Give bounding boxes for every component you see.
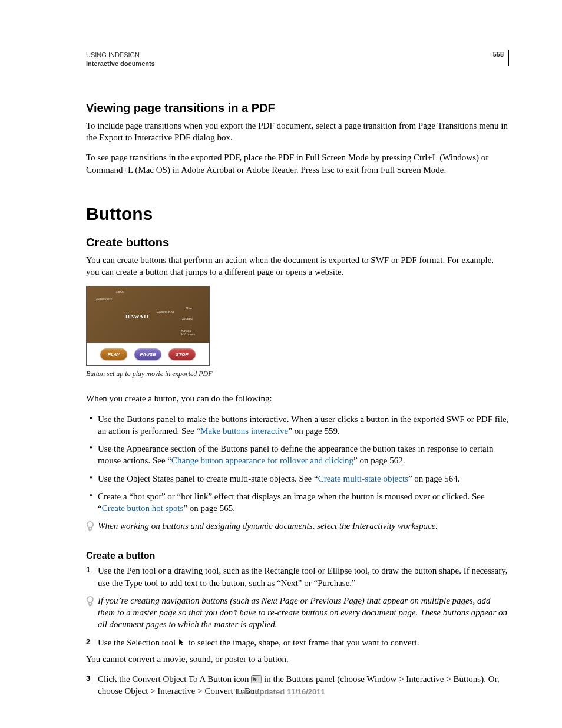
figure-box: Lanai Kahoolawe Mauna Kea Hilo Kilauea H… [86, 286, 210, 366]
header-breadcrumb: USING INDESIGN Interactive documents [86, 51, 155, 69]
list-item: Use the Appearance section of the Button… [86, 443, 509, 467]
svg-point-0 [87, 522, 93, 528]
text: ” on page 562. [353, 456, 405, 465]
tip-text: When working on buttons and designing dy… [98, 520, 438, 532]
paragraph: To see page transitions in the exported … [86, 151, 509, 176]
text: to select the image, shape, or text fram… [189, 638, 419, 647]
bullet-list: Use the Buttons panel to make the button… [86, 413, 509, 515]
paragraph: To include page transitions when you exp… [86, 120, 509, 144]
tip: If you’re creating navigation buttons (s… [86, 595, 509, 631]
tip-text: If you’re creating navigation buttons (s… [98, 595, 509, 631]
step-2: Use the Selection tool to select the ima… [86, 637, 509, 648]
link-create-button-hot-spots[interactable]: Create button hot spots [102, 503, 184, 513]
header-rule [508, 50, 509, 66]
steps-list: Use the Pen tool or a drawing tool, such… [86, 565, 509, 589]
heading-viewing-transitions: Viewing page transitions in a PDF [86, 101, 509, 115]
step-1: Use the Pen tool or a drawing tool, such… [86, 565, 509, 589]
figure-map-label: HAWAII [125, 314, 149, 319]
header-product: USING INDESIGN [86, 51, 155, 60]
heading-buttons: Buttons [86, 204, 509, 224]
document-page: USING INDESIGN Interactive documents 558… [0, 0, 562, 728]
heading-create-buttons: Create buttons [86, 236, 509, 249]
text: ” on page 564. [408, 474, 459, 483]
link-make-buttons-interactive[interactable]: Make buttons interactive [200, 426, 288, 436]
list-item: Use the Object States panel to create mu… [86, 473, 509, 485]
convert-to-button-icon [251, 675, 262, 683]
paragraph: You cannot convert a movie, sound, or po… [86, 653, 509, 665]
list-item: Use the Buttons panel to make the button… [86, 413, 509, 437]
paragraph: You can create buttons that perform an a… [86, 254, 509, 278]
text: Use the Selection tool [98, 638, 178, 647]
page-footer: Last updated 11/16/2011 [0, 687, 562, 696]
lightbulb-icon [86, 521, 94, 533]
header-section: Interactive documents [86, 60, 155, 68]
lightbulb-icon [86, 596, 94, 608]
list-item: Create a “hot spot” or “hot link” effect… [86, 490, 509, 515]
figure: Lanai Kahoolawe Mauna Kea Hilo Kilauea H… [86, 286, 509, 378]
pause-button[interactable]: PAUSE [134, 348, 161, 360]
stop-button[interactable]: STOP [168, 348, 196, 360]
text: Use the Object States panel to create mu… [98, 474, 318, 483]
figure-controls: PLAY PAUSE STOP [87, 343, 209, 365]
figure-map: Lanai Kahoolawe Mauna Kea Hilo Kilauea H… [87, 286, 209, 343]
heading-create-a-button: Create a button [86, 551, 509, 561]
page-number: 558 [493, 51, 508, 68]
link-create-multi-state-objects[interactable]: Create multi-state objects [318, 474, 408, 483]
selection-tool-icon [178, 638, 186, 647]
text: ” on page 559. [288, 426, 339, 436]
tip: When working on buttons and designing dy… [86, 520, 509, 533]
figure-caption: Button set up to play movie in exported … [86, 370, 509, 378]
text: Click the Convert Object To A Button ico… [98, 674, 251, 684]
page-header: USING INDESIGN Interactive documents 558 [86, 51, 509, 69]
page-number-block: 558 [493, 51, 509, 68]
play-button[interactable]: PLAY [100, 348, 127, 360]
steps-list-cont: Use the Selection tool to select the ima… [86, 637, 509, 648]
text: ” on page 565. [183, 503, 234, 513]
paragraph: When you create a button, you can do the… [86, 393, 509, 404]
link-change-button-appearance[interactable]: Change button appearance for rollover an… [171, 456, 353, 465]
svg-point-2 [87, 597, 93, 602]
